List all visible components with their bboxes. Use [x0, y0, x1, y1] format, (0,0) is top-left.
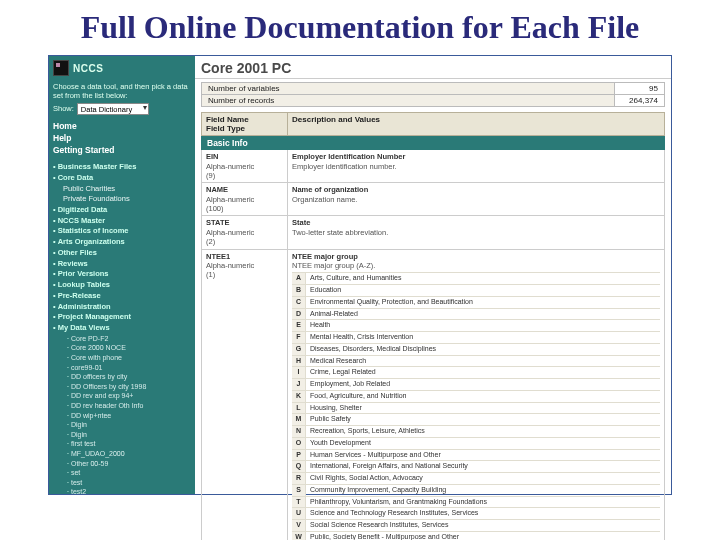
- collapse-icon: •: [53, 173, 56, 182]
- code-value: Recreation, Sports, Leisure, Athletics: [306, 426, 660, 437]
- tree-item[interactable]: •Project Management: [53, 312, 189, 322]
- tree-item[interactable]: Private Foundations: [53, 194, 189, 204]
- field-width: (1): [206, 270, 283, 279]
- code-row: PHuman Services - Multipurpose and Other: [292, 449, 660, 461]
- tree-item-label: Arts Organizations: [58, 237, 125, 246]
- tree-item[interactable]: •My Data Views: [53, 323, 189, 333]
- tree-item[interactable]: ·Core with phone: [53, 353, 189, 362]
- collapse-icon: •: [53, 162, 56, 171]
- meta-label: Number of records: [202, 95, 615, 107]
- code-row: VSocial Science Research Institutes, Ser…: [292, 519, 660, 531]
- tree-item[interactable]: ·first test: [53, 439, 189, 448]
- bullet-icon: ·: [67, 412, 69, 419]
- code-key: H: [292, 356, 306, 367]
- code-value: Diseases, Disorders, Medical Disciplines: [306, 344, 660, 355]
- code-row: NRecreation, Sports, Leisure, Athletics: [292, 425, 660, 437]
- bullet-icon: ·: [67, 440, 69, 447]
- code-row: JEmployment, Job Related: [292, 378, 660, 390]
- tree-item[interactable]: ·DD rev and exp 94+: [53, 391, 189, 400]
- bullet-icon: ·: [67, 402, 69, 409]
- collapse-icon: •: [53, 226, 56, 235]
- tree-item[interactable]: •Statistics of Income: [53, 226, 189, 236]
- code-key: J: [292, 379, 306, 390]
- collapse-icon: •: [53, 291, 56, 300]
- code-key: R: [292, 473, 306, 484]
- tree-item[interactable]: •Prior Versions: [53, 269, 189, 279]
- code-row: OYouth Development: [292, 437, 660, 449]
- field-width: (2): [206, 237, 283, 246]
- code-value: Housing, Shelter: [306, 403, 660, 414]
- tree-item[interactable]: •Digitized Data: [53, 205, 189, 215]
- field-name: EIN: [206, 152, 283, 161]
- tree-item[interactable]: •Reviews: [53, 259, 189, 269]
- main-panel: Core 2001 PC Number of variables95Number…: [195, 56, 671, 494]
- tree-item[interactable]: •Lookup Tables: [53, 280, 189, 290]
- tree-item[interactable]: ·test2: [53, 487, 189, 494]
- code-row: BEducation: [292, 284, 660, 296]
- tree-item[interactable]: Public Charities: [53, 184, 189, 194]
- code-key: K: [292, 391, 306, 402]
- sidebar-instruction: Choose a data tool, and then pick a data…: [53, 82, 189, 100]
- tree-item[interactable]: •Business Master Files: [53, 162, 189, 172]
- field-width: (100): [206, 204, 283, 213]
- field-type: Alpha-numeric: [206, 162, 283, 171]
- nav-link-getting-started[interactable]: Getting Started: [53, 145, 189, 156]
- tree-item[interactable]: •Administration: [53, 302, 189, 312]
- header-field-type: Field Type: [206, 124, 283, 133]
- tree-item-label: Core 2000 NOCE: [71, 344, 126, 351]
- logo-icon: [53, 60, 69, 76]
- tree-item[interactable]: ·set: [53, 468, 189, 477]
- tree-item-label: Public Charities: [63, 184, 115, 193]
- tree-item-label: test: [71, 479, 82, 486]
- tree-item[interactable]: ·test: [53, 478, 189, 487]
- code-key: Q: [292, 461, 306, 472]
- code-value: Mental Health, Crisis Intervention: [306, 332, 660, 343]
- tree-item[interactable]: ·Core PD-F2: [53, 334, 189, 343]
- nav-link-help[interactable]: Help: [53, 133, 189, 144]
- tree-item[interactable]: ·Other 00-59: [53, 459, 189, 468]
- tree-item-label: DD officers by city: [71, 373, 127, 380]
- field-type: Alpha-numeric: [206, 228, 283, 237]
- tree-item[interactable]: •Other Files: [53, 248, 189, 258]
- code-value: Human Services - Multipurpose and Other: [306, 450, 660, 461]
- tree-item[interactable]: ·core99-01: [53, 363, 189, 372]
- code-value: Philanthropy, Voluntarism, and Grantmaki…: [306, 497, 660, 508]
- tree-item[interactable]: •Pre-Release: [53, 291, 189, 301]
- tree-item-label: My Data Views: [58, 323, 110, 332]
- tree-item-label: NCCS Master: [58, 216, 106, 225]
- tree-item[interactable]: ·Core 2000 NOCE: [53, 343, 189, 352]
- tree-item[interactable]: ·DD Officers by city 1998: [53, 382, 189, 391]
- tree-item[interactable]: •NCCS Master: [53, 216, 189, 226]
- collapse-icon: •: [53, 269, 56, 278]
- code-table: AArts, Culture, and HumanitiesBEducation…: [292, 272, 660, 540]
- tree-item[interactable]: ·Digin: [53, 430, 189, 439]
- tree-item-label: Core Data: [58, 173, 93, 182]
- bullet-icon: ·: [67, 450, 69, 457]
- code-row: FMental Health, Crisis Intervention: [292, 331, 660, 343]
- nav-link-home[interactable]: Home: [53, 121, 189, 132]
- code-value: Animal-Related: [306, 309, 660, 320]
- tree-item[interactable]: ·DD officers by city: [53, 372, 189, 381]
- code-row: TPhilanthropy, Voluntarism, and Grantmak…: [292, 496, 660, 508]
- code-value: Public, Society Benefit - Multipurpose a…: [306, 532, 660, 540]
- tree-item[interactable]: ·Digin: [53, 420, 189, 429]
- tree-item[interactable]: ·MF_UDAO_2000: [53, 449, 189, 458]
- slide-title: Full Online Documentation for Each File: [0, 0, 720, 51]
- tree-item[interactable]: •Core Data: [53, 173, 189, 183]
- tree-item[interactable]: ·DD rev header Oth Info: [53, 401, 189, 410]
- tree-item[interactable]: •Arts Organizations: [53, 237, 189, 247]
- tree-item-label: first test: [71, 440, 96, 447]
- code-key: P: [292, 450, 306, 461]
- tree-item-label: Lookup Tables: [58, 280, 110, 289]
- code-key: O: [292, 438, 306, 449]
- code-key: W: [292, 532, 306, 540]
- header-field-name: Field Name: [206, 115, 283, 124]
- field-width: (9): [206, 171, 283, 180]
- code-row: AArts, Culture, and Humanities: [292, 272, 660, 284]
- tree-item-label: core99-01: [71, 364, 103, 371]
- tree-item[interactable]: ·DD wip+ntee: [53, 411, 189, 420]
- tree-item-label: Other 00-59: [71, 460, 108, 467]
- tool-dropdown[interactable]: Data Dictionary: [77, 103, 149, 115]
- code-key: E: [292, 320, 306, 331]
- code-value: Social Science Research Institutes, Serv…: [306, 520, 660, 531]
